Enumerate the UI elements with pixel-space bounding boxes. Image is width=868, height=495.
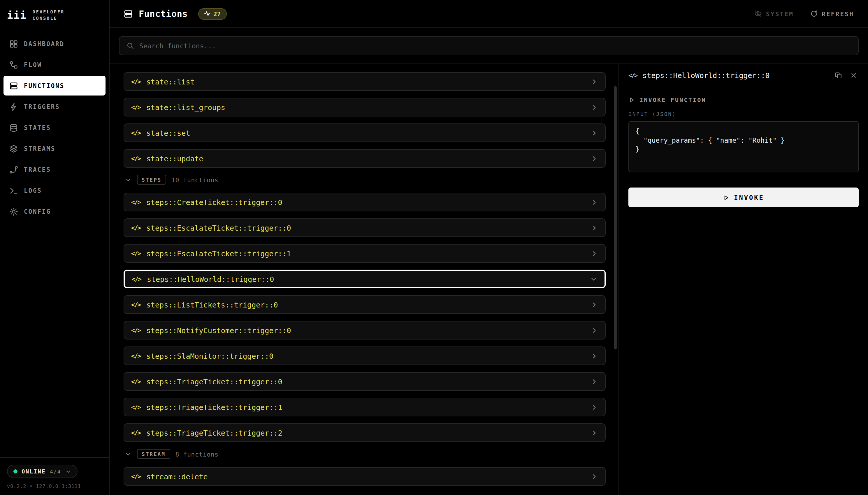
sidebar-item-flow[interactable]: FLOW [3,55,105,74]
topbar-actions: SYSTEM REFRESH [754,10,854,17]
search-input[interactable] [139,41,851,50]
close-panel-button[interactable] [849,70,859,80]
scrollbar[interactable] [614,64,617,495]
invoke-button-label: INVOKE [734,194,764,201]
function-list-item[interactable]: </> state::set [124,123,606,142]
sidebar-item-dashboard[interactable]: DASHBOARD [3,34,105,54]
function-list-item[interactable]: </> steps::EscalateTicket::trigger::1 [124,244,606,263]
chevron-right-icon [590,275,597,283]
gear-icon [9,207,18,216]
chevron-right-icon [591,103,598,111]
chevron-right-icon [591,129,598,137]
function-list-item[interactable]: </> state::list_groups [124,98,606,117]
function-list-item[interactable]: </> steps::TriageTicket::trigger::2 [124,423,606,442]
copy-icon [835,72,842,79]
eye-off-icon [754,10,762,17]
code-icon: </> [131,224,141,231]
functions-list: </> state::list </> state::list_groups <… [110,64,619,495]
invoke-section-label: INVOKE FUNCTION [639,97,706,103]
function-list-item[interactable]: </> state::update [124,149,606,168]
function-list-item[interactable]: </> steps::TriageTicket::trigger::0 [124,372,606,391]
chevron-right-icon [591,378,598,385]
function-list-item[interactable]: </> state::list [124,72,606,91]
function-name: steps::TriageTicket::trigger::0 [146,377,585,386]
function-list-item[interactable]: </> steps::CreateTicket::trigger::0 [124,193,606,211]
sidebar-item-config[interactable]: CONFIG [3,202,105,221]
topbar: Functions 27 SYSTEM REFRESH [110,0,868,28]
chevron-right-icon [591,326,598,334]
chevron-right-icon [591,198,598,206]
play-icon [628,97,635,103]
group-name: STREAM [137,449,170,459]
function-group-header[interactable]: STEPS 10 functions [125,175,606,185]
copy-button[interactable] [834,70,844,80]
function-name: steps::SlaMonitor::trigger::0 [146,352,585,360]
online-dot-icon [13,470,17,474]
dashboard-icon [9,39,18,48]
code-icon: </> [132,275,141,283]
sidebar-item-logs[interactable]: LOGS [3,181,105,200]
function-name: steps::NotifyCustomer::trigger::0 [146,326,585,335]
function-name: state::update [146,154,585,163]
app-window: iii DEVELOPER CONSOLE DASHBOARD FLOW FUN… [0,0,868,495]
chevron-right-icon [591,250,598,257]
brand-line-1: DEVELOPER [32,9,64,15]
function-list-item[interactable]: </> steps::SlaMonitor::trigger::0 [124,346,606,365]
sidebar-item-states[interactable]: STATES [3,118,105,137]
invoke-button[interactable]: INVOKE [628,188,859,207]
function-list-item[interactable]: </> steps::NotifyCustomer::trigger::0 [124,321,606,340]
function-list-item[interactable]: </> steps::TriageTicket::trigger::1 [124,398,606,416]
sidebar: iii DEVELOPER CONSOLE DASHBOARD FLOW FUN… [0,0,110,495]
refresh-icon [810,10,818,17]
scrollbar-thumb[interactable] [614,86,617,349]
function-list-item[interactable]: </> steps::EscalateTicket::trigger::0 [124,218,606,237]
code-icon: </> [131,327,141,334]
chevron-right-icon [591,224,598,232]
sidebar-item-label: TRACES [24,166,51,173]
chevron-right-icon [591,155,598,162]
chevron-right-icon [591,301,598,308]
function-group-header[interactable]: STREAM 8 functions [125,449,606,459]
logo-block: iii DEVELOPER CONSOLE [0,0,109,29]
brand-name: DEVELOPER CONSOLE [32,9,64,21]
system-label: SYSTEM [766,10,794,17]
function-name: state::list_groups [146,103,585,112]
sidebar-item-triggers[interactable]: TRIGGERS [3,97,105,117]
function-name: state::set [146,129,585,137]
function-list-item[interactable]: </> stream::delete [124,467,606,486]
input-json-label: INPUT (JSON) [628,111,859,117]
functions-icon [124,9,133,18]
code-icon: </> [131,155,141,162]
connection-status-pill[interactable]: ONLINE 4/4 [7,465,78,478]
detail-panel-title: steps::HelloWorld::trigger::0 [642,71,829,80]
sidebar-item-streams[interactable]: STREAMS [3,139,105,158]
code-icon: </> [131,404,141,411]
search-row [110,28,868,64]
function-list-item[interactable]: </> steps::ListTickets::trigger::0 [124,295,606,314]
function-name: stream::delete [146,472,585,481]
refresh-label: REFRESH [822,10,854,17]
version-text: v0.2.2 • 127.0.0.1:3111 [7,483,102,489]
functions-icon [9,81,18,90]
refresh-button[interactable]: REFRESH [810,10,854,17]
code-icon: </> [131,429,141,436]
sidebar-item-traces[interactable]: TRACES [3,159,105,180]
chevron-right-icon [591,473,598,480]
code-icon: </> [131,473,141,480]
brand-line-2: CONSOLE [32,16,64,21]
group-name: STEPS [137,175,166,185]
code-icon: </> [131,301,141,308]
chevron-right-icon [591,429,598,437]
sidebar-footer: ONLINE 4/4 v0.2.2 • 127.0.0.1:3111 [0,457,109,495]
system-toggle-button[interactable]: SYSTEM [754,10,794,17]
sidebar-item-functions[interactable]: FUNCTIONS [3,76,105,96]
code-icon: </> [131,104,141,110]
json-input-field[interactable]: { "query_params": { "name": "Rohit" } } [628,121,859,172]
lightning-icon [9,102,18,111]
function-list-item[interactable]: </> steps::HelloWorld::trigger::0 [124,270,606,288]
function-count: 27 [213,10,220,17]
code-icon: </> [131,129,141,136]
code-icon: </> [628,72,637,79]
detail-panel-header: </> steps::HelloWorld::trigger::0 [619,64,868,87]
code-icon: </> [131,378,141,385]
